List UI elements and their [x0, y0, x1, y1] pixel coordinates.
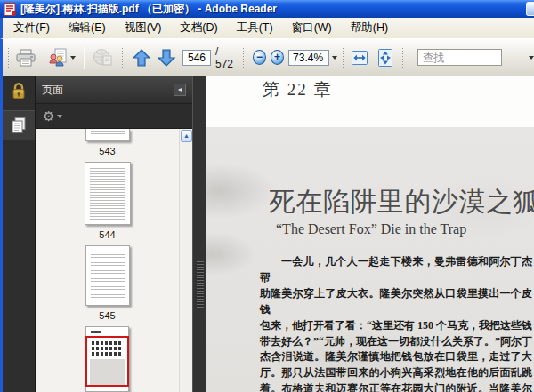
collaborate-dropdown-arrow-icon: [70, 56, 76, 62]
menu-view[interactable]: 视图(V): [118, 18, 168, 38]
body-line: 厅。那只从法国带回来的小狗兴高采烈地在他的后面乱跳: [260, 365, 532, 381]
body-line: 包来，他打开看了看：“这里还有 150 个马克，我把这些钱: [260, 318, 532, 334]
thumbnail-chapter-mark: [91, 331, 101, 333]
pages-icon: [11, 116, 27, 134]
toolbar-drag-handle[interactable]: [121, 47, 125, 68]
minimize-button[interactable]: [526, 2, 534, 16]
next-page-button[interactable]: [155, 44, 178, 71]
window-title: [隆美尔].梅林.扫描版.pdf （已加密） - Adobe Reader: [20, 2, 277, 17]
menu-document[interactable]: 文档(D): [174, 18, 223, 38]
menu-edit[interactable]: 编辑(E): [62, 18, 112, 38]
find-input[interactable]: [417, 49, 502, 66]
up-arrow-icon: [132, 48, 151, 68]
body-text: 一会儿，几个人一起走下楼来，曼弗雷德和阿尔丁杰帮 助隆美尔穿上了皮大衣。隆美尔突…: [260, 254, 532, 392]
previous-page-button[interactable]: [130, 44, 153, 71]
thumbnail-page-543[interactable]: [85, 129, 130, 141]
globe-document-icon: [93, 48, 113, 67]
fit-page-button[interactable]: [375, 44, 396, 71]
adobe-reader-window: [隆美尔].梅林.扫描版.pdf （已加密） - Adobe Reader 文件…: [0, 0, 534, 392]
gear-icon[interactable]: ⚙: [43, 109, 54, 123]
find-dropdown-arrow-icon[interactable]: [529, 56, 534, 62]
thumbnail-scrollbar[interactable]: ▲: [179, 129, 192, 392]
zoom-level-input[interactable]: [288, 50, 329, 66]
page-number-input[interactable]: [182, 50, 211, 66]
fit-width-icon: [350, 49, 369, 67]
zoom-dropdown-arrow-icon[interactable]: [332, 56, 337, 62]
zoom-out-button[interactable]: −: [253, 50, 266, 65]
chapter-subtitle: “The Desert Fox” Die in the Trap: [276, 221, 466, 237]
pages-panel-toolbar: ⚙: [36, 104, 192, 129]
lock-icon: [11, 82, 27, 100]
fit-width-button[interactable]: [348, 44, 371, 71]
collaborate-button[interactable]: [46, 44, 77, 71]
thumbnail-text-lines: [91, 252, 125, 300]
panel-splitter[interactable]: [192, 76, 206, 392]
toolbar-drag-handle[interactable]: [7, 47, 11, 68]
navigation-pane-strip: [3, 76, 36, 392]
collaborate-icon: [48, 48, 68, 67]
title-bar[interactable]: [隆美尔].梅林.扫描版.pdf （已加密） - Adobe Reader: [0, 0, 534, 18]
chapter-heading: 第 22 章: [263, 78, 333, 101]
toolbar-separator: [84, 46, 85, 69]
thumbnail-page-544[interactable]: [85, 162, 131, 224]
pages-panel-title: 页面: [42, 83, 174, 98]
thumbnail-label-543: 543: [99, 146, 115, 156]
down-arrow-icon: [157, 48, 176, 68]
menu-help[interactable]: 帮助(H): [344, 18, 394, 38]
scroll-up-arrow-icon[interactable]: ▲: [181, 130, 192, 142]
splitter-grip[interactable]: [197, 261, 204, 308]
menu-bar: 文件(F) 编辑(E) 视图(V) 文档(D) 工具(T) 窗口(W) 帮助(H…: [0, 18, 534, 38]
toolbar-drag-handle[interactable]: [401, 47, 405, 68]
pdf-app-icon: [4, 3, 16, 16]
body-line: 杰含泪说道。隆美尔谨慎地把钱包放在口袋里，走过了大: [260, 349, 532, 365]
thumbnail-label-544: 544: [99, 229, 115, 240]
body-line: 助隆美尔穿上了皮大衣。隆美尔突然从口袋里摸出一个皮钱: [260, 286, 532, 318]
zoom-in-button[interactable]: +: [271, 50, 284, 65]
pages-panel-tab[interactable]: [3, 110, 35, 140]
pages-panel-header: 页面 ◄: [36, 76, 192, 104]
thumbnail-text-lines: [91, 131, 125, 136]
body-line: 一会儿，几个人一起走下楼来，曼弗雷德和阿尔丁杰帮: [260, 254, 532, 286]
fit-page-icon: [376, 48, 394, 68]
toolbar-drag-handle[interactable]: [242, 47, 246, 68]
pages-panel: 页面 ◄ ⚙ 543 544 545: [36, 76, 192, 392]
thumbnail-label-545: 545: [99, 310, 115, 321]
options-dropdown-arrow-icon[interactable]: [57, 115, 62, 121]
toolbar-drag-handle[interactable]: [342, 47, 345, 68]
body-line: 带去好么？”“元帅，现在这一切都没什么关系了。”阿尔丁: [260, 334, 532, 350]
menu-tools[interactable]: 工具(T): [231, 18, 279, 38]
thumbnail-list: 543 544 545 ▲: [36, 129, 192, 392]
thumbnail-page-545[interactable]: [85, 245, 130, 306]
thumbnail-text-lines: [90, 168, 125, 219]
menu-window[interactable]: 窗口(W): [286, 18, 338, 38]
menu-file[interactable]: 文件(F): [7, 18, 56, 38]
document-page[interactable]: 第 22 章 死在陷阱里的沙漠之狐 “The Desert Fox” Die i…: [206, 76, 534, 392]
current-view-red-outline: [85, 336, 129, 387]
main-area: 页面 ◄ ⚙ 543 544 545: [0, 76, 534, 392]
upload-document-button: [91, 44, 115, 71]
printer-icon: [15, 49, 36, 67]
chapter-title: 死在陷阱里的沙漠之狐: [269, 184, 534, 220]
body-line: 着。布格道夫和迈赛尔正等在花园大门的附近。当隆美尔走: [260, 381, 532, 392]
security-status[interactable]: [3, 76, 35, 105]
collapse-panel-button[interactable]: ◄: [174, 84, 186, 96]
page-total-label: / 572: [215, 45, 236, 70]
thumbnail-page-546-selected[interactable]: [85, 326, 129, 392]
print-button[interactable]: [13, 44, 38, 71]
toolbar: / 572 − +: [0, 38, 534, 76]
